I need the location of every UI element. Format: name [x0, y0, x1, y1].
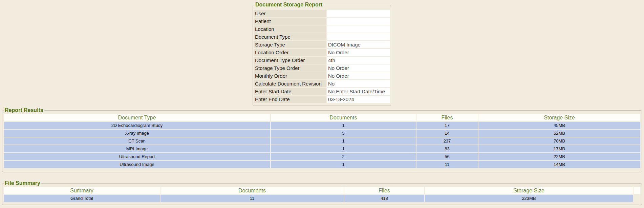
- cell-files: 14: [416, 130, 478, 137]
- form-field-value[interactable]: [327, 18, 390, 25]
- report-parameters-grid: User Patient Location Document Type Stor…: [254, 10, 390, 103]
- spacer-cell: [634, 187, 640, 194]
- document-storage-report-panel: Document Storage Report User Patient Loc…: [253, 2, 391, 106]
- cell-storage-size: 52MB: [478, 130, 640, 137]
- form-field-value[interactable]: No: [327, 80, 390, 87]
- panel-title: Document Storage Report: [254, 2, 323, 8]
- cell-storage-size: 14MB: [478, 161, 640, 168]
- cell-document-type: Ultrasound Image: [4, 161, 270, 168]
- cell-storage-size: 17MB: [478, 145, 640, 152]
- table-row: Ultrasound Report 2 56 22MB: [4, 153, 640, 160]
- column-header-documents: Documents: [271, 114, 416, 121]
- cell-documents: 1: [271, 122, 416, 129]
- cell-files: 56: [416, 153, 478, 160]
- form-field-value[interactable]: No Order: [327, 72, 390, 79]
- file-summary-title: File Summary: [4, 180, 41, 186]
- form-field-value[interactable]: 03-13-2024: [327, 96, 390, 103]
- form-field-label: User: [254, 10, 326, 17]
- cell-files: 237: [416, 137, 478, 145]
- form-field-value[interactable]: 4th: [327, 57, 390, 64]
- column-header-storage-size: Storage Size: [478, 114, 640, 121]
- form-field-label: Enter Start Date: [254, 88, 326, 95]
- cell-documents: 2: [271, 153, 416, 160]
- cell-document-type: MRI Image: [4, 145, 270, 152]
- report-results-title: Report Results: [4, 107, 44, 113]
- cell-document-type: Ultrasound Report: [4, 153, 270, 160]
- form-field-label: Storage Type: [254, 41, 326, 48]
- cell-storage-size: 22MB: [478, 153, 640, 160]
- cell-files: 17: [416, 122, 478, 129]
- column-header-documents: Documents: [160, 187, 344, 194]
- form-field-value[interactable]: [327, 25, 390, 33]
- form-field-label: Document Type Order: [254, 57, 326, 64]
- form-field-label: Document Type: [254, 33, 326, 40]
- table-row: MRI Image 1 83 17MB: [4, 145, 640, 152]
- form-field-value[interactable]: [327, 10, 390, 17]
- cell-documents: 5: [271, 130, 416, 137]
- spacer-cell: [634, 195, 640, 202]
- column-header-files: Files: [416, 114, 478, 121]
- form-field-value[interactable]: No Order: [327, 64, 390, 72]
- cell-files: 83: [416, 145, 478, 152]
- cell-documents: 1: [271, 161, 416, 168]
- column-header-storage-size: Storage Size: [425, 187, 633, 194]
- table-row: CT Scan 1 237 70MB: [4, 137, 640, 145]
- cell-storage-size: 45MB: [478, 122, 640, 129]
- column-header-files: Files: [344, 187, 424, 194]
- file-summary-table: Summary Documents Files Storage Size Gra…: [3, 186, 641, 203]
- form-field-label: Enter End Date: [254, 96, 326, 103]
- form-field-label: Patient: [254, 18, 326, 25]
- form-field-value[interactable]: No Enter Start Date/Time: [327, 88, 390, 95]
- cell-summary: Grand Total: [4, 195, 160, 202]
- form-field-label: Storage Type Order: [254, 64, 326, 72]
- report-results-header-row: Document Type Documents Files Storage Si…: [4, 114, 640, 121]
- cell-documents: 1: [271, 137, 416, 145]
- table-row: 2D Echocardiogram Study 1 17 45MB: [4, 122, 640, 129]
- column-header-document-type: Document Type: [4, 114, 270, 121]
- cell-document-type: X-ray Image: [4, 130, 270, 137]
- form-field-label: Monthly Order: [254, 72, 326, 79]
- cell-documents: 1: [271, 145, 416, 152]
- report-results-table: Document Type Documents Files Storage Si…: [3, 113, 641, 169]
- form-field-label: Location: [254, 25, 326, 33]
- table-row: Ultrasound Image 1 11 14MB: [4, 161, 640, 168]
- cell-document-type: CT Scan: [4, 137, 270, 145]
- form-field-value[interactable]: DICOM Image: [327, 41, 390, 48]
- page: Document Storage Report User Patient Loc…: [0, 0, 644, 208]
- table-row: Grand Total 11 418 223MB: [4, 195, 640, 202]
- cell-document-type: 2D Echocardiogram Study: [4, 122, 270, 129]
- cell-files: 11: [416, 161, 478, 168]
- form-field-value[interactable]: [327, 33, 390, 40]
- form-field-value[interactable]: No Order: [327, 49, 390, 56]
- cell-files: 418: [344, 195, 424, 202]
- file-summary-panel: File Summary Summary Documents Files Sto…: [2, 180, 642, 205]
- cell-storage-size: 223MB: [425, 195, 633, 202]
- cell-storage-size: 70MB: [478, 137, 640, 145]
- report-results-panel: Report Results Document Type Documents F…: [2, 107, 642, 172]
- form-field-label: Location Order: [254, 49, 326, 56]
- file-summary-header-row: Summary Documents Files Storage Size: [4, 187, 640, 194]
- cell-documents: 11: [160, 195, 344, 202]
- form-field-label: Calculate Document Revision: [254, 80, 326, 87]
- column-header-summary: Summary: [4, 187, 160, 194]
- table-row: X-ray Image 5 14 52MB: [4, 130, 640, 137]
